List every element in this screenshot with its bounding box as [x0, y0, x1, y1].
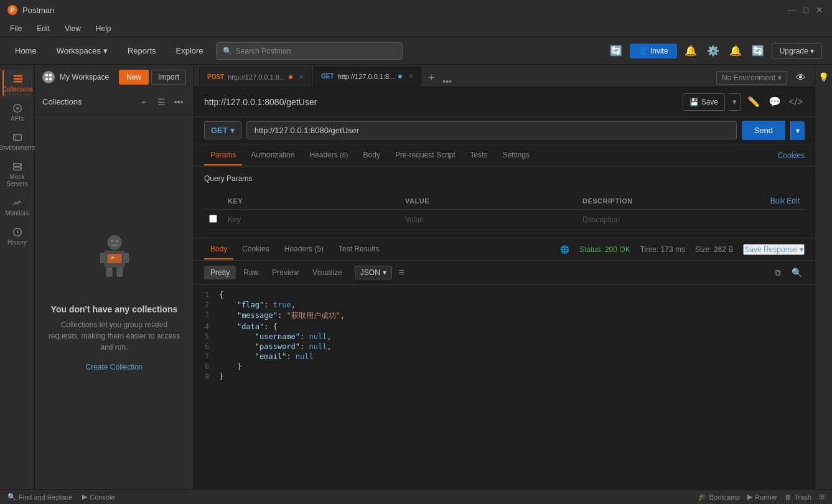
description-input[interactable] [582, 215, 750, 224]
bootcamp-button[interactable]: 🎓 Bootcamp [698, 493, 741, 501]
runner-button[interactable]: ▶ Runner [747, 493, 777, 501]
trash-button[interactable]: 🗑 Trash [785, 493, 811, 501]
sidebar-item-history[interactable]: History [2, 223, 32, 250]
menu-help[interactable]: Help [93, 23, 114, 34]
upgrade-button[interactable]: Upgrade ▾ [772, 43, 822, 59]
settings-icon[interactable]: ⚙️ [704, 42, 722, 60]
layout-button[interactable]: ⊞ [819, 493, 825, 501]
find-replace-button[interactable]: 🔍 Find and Replace [7, 493, 72, 501]
format-tab-pretty[interactable]: Pretty [204, 266, 236, 279]
save-button[interactable]: 💾 Save [683, 93, 725, 111]
param-checkbox[interactable] [209, 215, 217, 223]
tab-headers[interactable]: Headers (6) [303, 146, 354, 166]
value-input[interactable] [405, 215, 573, 224]
tab-post[interactable]: POST http://127.0.0.1:8... ✕ [199, 67, 312, 86]
minimize-button[interactable]: — [787, 5, 797, 15]
reports-button[interactable]: Reports [123, 44, 161, 58]
tab-post-dot [289, 75, 292, 79]
params-section: Query Params KEY VALUE DESCRIPTION Bulk … [194, 167, 815, 238]
tab-post-close[interactable]: ✕ [299, 73, 304, 80]
maximize-button[interactable]: □ [801, 5, 811, 15]
code-icon[interactable]: </> [787, 93, 805, 111]
add-collection-button[interactable]: + [136, 95, 151, 110]
send-button[interactable]: Send [742, 121, 785, 140]
lightbulb-icon[interactable]: 💡 [816, 70, 831, 85]
time-info: Time: 173 ms [640, 245, 685, 254]
apis-icon [12, 103, 23, 114]
svg-rect-4 [13, 135, 21, 141]
format-tab-preview[interactable]: Preview [266, 266, 305, 279]
key-input[interactable] [228, 215, 395, 224]
format-tab-visualize[interactable]: Visualize [306, 266, 348, 279]
menu-view[interactable]: View [62, 23, 83, 34]
create-collection-button[interactable]: Create Collection [85, 363, 143, 371]
notification-icon[interactable]: 🔔 [727, 42, 744, 60]
tab-get[interactable]: GET http://127.0.0.1:8... ✕ [313, 67, 421, 86]
env-chevron-icon: ▾ [778, 73, 782, 82]
cookies-link[interactable]: Cookies [778, 151, 805, 160]
resp-tab-body[interactable]: Body [204, 240, 233, 259]
format-tab-raw[interactable]: Raw [237, 266, 264, 279]
menu-file[interactable]: File [7, 23, 24, 34]
console-button[interactable]: ▶ Console [82, 493, 115, 501]
method-select[interactable]: GET ▾ [204, 121, 241, 139]
add-tab-button[interactable]: + [423, 69, 440, 86]
tab-tests[interactable]: Tests [464, 146, 494, 166]
menu-edit[interactable]: Edit [34, 23, 52, 34]
json-format-selector[interactable]: JSON ▾ [355, 266, 392, 279]
more-options-button[interactable]: ••• [171, 95, 186, 110]
refresh-icon[interactable]: 🔄 [749, 42, 767, 60]
url-input[interactable] [246, 121, 737, 139]
request-panel: POST http://127.0.0.1:8... ✕ GET http://… [194, 65, 815, 489]
svg-point-16 [116, 240, 118, 242]
sidebar-item-apis[interactable]: APIs [2, 99, 32, 126]
send-chevron-button[interactable]: ▾ [790, 121, 805, 140]
edit-icon[interactable]: ✏️ [745, 93, 762, 111]
workspaces-button[interactable]: Workspaces ▾ [52, 44, 113, 58]
tab-body[interactable]: Body [357, 146, 386, 166]
import-button[interactable]: Import [151, 70, 186, 85]
sidebar-item-environments[interactable]: Environments [2, 128, 32, 155]
search-bar[interactable]: 🔍 Search Postman [216, 42, 403, 60]
bulk-edit-button[interactable]: Bulk Edit [770, 197, 800, 205]
search-response-button[interactable]: 🔍 [788, 264, 805, 281]
save-chevron-button[interactable]: ▾ [729, 93, 741, 111]
home-button[interactable]: Home [10, 44, 42, 58]
resp-tab-test-results[interactable]: Test Results [332, 240, 385, 259]
topnav-right: 🔄 👤 Invite 🔔 ⚙️ 🔔 🔄 Upgrade ▾ [607, 42, 822, 60]
save-response-button[interactable]: Save Response ▾ [743, 244, 805, 255]
right-sidebar: 💡 [815, 65, 832, 489]
env-eye-icon[interactable]: 👁 [792, 69, 810, 86]
copy-button[interactable]: ⧉ [770, 264, 786, 281]
sidebar-item-mock-servers[interactable]: Mock Servers [2, 157, 32, 191]
wrap-lines-button[interactable]: ≡ [393, 264, 409, 281]
environments-icon [12, 132, 23, 143]
invite-button[interactable]: 👤 Invite [630, 44, 677, 58]
tab-settings[interactable]: Settings [497, 146, 536, 166]
resp-tab-cookies[interactable]: Cookies [236, 240, 275, 259]
sidebar-item-collections[interactable]: Collections [2, 70, 32, 96]
new-button[interactable]: New [119, 70, 149, 85]
size-info: Size: 262 B [695, 245, 733, 254]
sidebar-icons: Collections APIs Environments Mock Serve… [0, 65, 35, 489]
more-tabs-button[interactable]: ••• [442, 77, 452, 86]
tab-pre-request-script[interactable]: Pre-request Script [389, 146, 462, 166]
resp-tab-headers[interactable]: Headers (5) [278, 240, 330, 259]
bell-icon[interactable]: 🔔 [682, 42, 699, 60]
tab-get-close[interactable]: ✕ [408, 73, 413, 80]
svg-point-8 [19, 168, 21, 169]
sort-button[interactable]: ☰ [154, 95, 169, 110]
empty-title: You don't have any collections [51, 304, 178, 314]
explore-button[interactable]: Explore [171, 44, 208, 58]
sync-icon[interactable]: 🔄 [607, 42, 625, 60]
comment-icon[interactable]: 💬 [766, 93, 783, 111]
panel-actions: + ☰ ••• [136, 95, 186, 110]
close-button[interactable]: ✕ [815, 5, 825, 15]
sidebar-item-monitors[interactable]: Monitors [2, 194, 32, 220]
tab-authorization[interactable]: Authorization [245, 146, 301, 166]
response-tabs: Body Cookies Headers (5) Test Results 🌐 … [194, 238, 815, 261]
tab-params[interactable]: Params [204, 146, 242, 166]
environment-selector[interactable]: No Environment ▾ [716, 71, 787, 85]
window-controls[interactable]: — □ ✕ [787, 5, 825, 15]
console-icon: ▶ [82, 493, 87, 501]
